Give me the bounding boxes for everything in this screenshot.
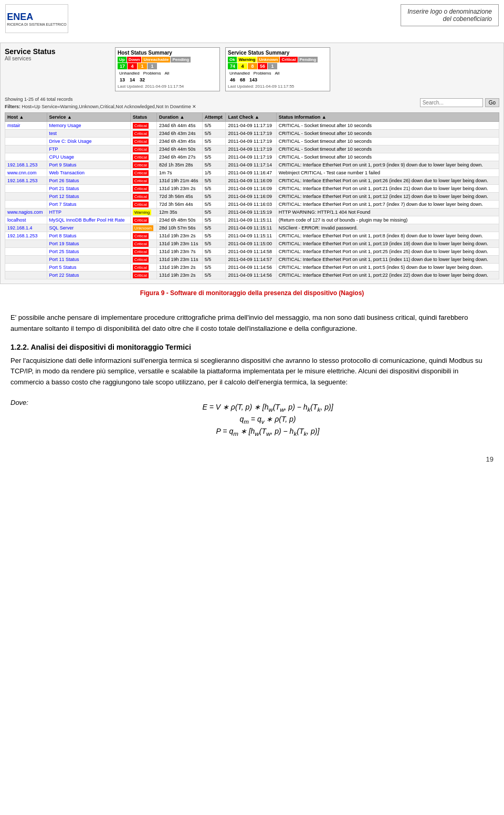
th-lastcheck[interactable]: Last Check ▲ bbox=[226, 113, 276, 122]
body-content: E' possibile anche pensare di implementa… bbox=[0, 303, 504, 450]
cell-lastcheck: 2011-04-09 11:17:19 bbox=[226, 130, 276, 138]
cell-service: Port 19 Status bbox=[47, 240, 130, 248]
cell-status: Critical bbox=[130, 177, 156, 185]
cell-info: CRITICAL: Interface EtherNet Port on uni… bbox=[276, 232, 499, 240]
cell-status: Critical bbox=[130, 138, 156, 145]
search-input[interactable] bbox=[420, 98, 483, 107]
cell-service: Web Transaction bbox=[47, 169, 130, 177]
cell-info: CRITICAL: Interface EtherNet Port on uni… bbox=[276, 264, 499, 271]
svc-pending-val: 1 bbox=[268, 63, 277, 69]
cell-host bbox=[5, 271, 47, 279]
cell-service: MySQL InnoDB Buffer Pool Hit Rate bbox=[47, 216, 130, 224]
cell-lastcheck: 2011-04-09 11:16:03 bbox=[226, 201, 276, 208]
table-row: 192.168.1.253 Port 26 Status Critical 13… bbox=[5, 177, 499, 185]
host-problems-label: Problems bbox=[142, 70, 163, 76]
table-row: Port 11 Status Critical 131d 19h 23m 11s… bbox=[5, 256, 499, 264]
cell-info: NSClient - ERROR: Invalid password. bbox=[276, 224, 499, 232]
svc-unknown-val: 8 bbox=[248, 63, 257, 69]
cell-service: Port 11 Status bbox=[47, 256, 130, 264]
showing-records: Showing 1-25 of 46 total records bbox=[5, 97, 196, 102]
svc-warning-header: Warning bbox=[237, 57, 257, 62]
svc-unhandled-val: 46 bbox=[228, 77, 237, 83]
search-bar: Go bbox=[420, 98, 499, 107]
cell-duration: 131d 19h 23m 7s bbox=[156, 248, 202, 256]
table-row: Port 12 Status Critical 72d 3h 56m 45s 5… bbox=[5, 193, 499, 201]
body-paragraph1: E' possibile anche pensare di implementa… bbox=[10, 312, 494, 335]
table-row: FTP Critical 234d 6h 44m 50s 5/5 2011-04… bbox=[5, 145, 499, 153]
th-status[interactable]: Status bbox=[130, 113, 156, 122]
cell-host bbox=[5, 193, 47, 201]
host-unreach-header: Unreachable bbox=[142, 57, 170, 62]
cell-info: CRITICAL: Interface EtherNet Port on uni… bbox=[276, 185, 499, 193]
beneficiary-line2: del cobeneficiario bbox=[407, 15, 492, 23]
host-up-val: 17 bbox=[118, 63, 127, 69]
table-row: 192.168.1.253 Port 9 Status Critical 82d… bbox=[5, 161, 499, 169]
host-down-val: 4 bbox=[128, 63, 137, 69]
cell-info: CRITICAL - Socket timeout after 10 secon… bbox=[276, 130, 499, 138]
search-button[interactable]: Go bbox=[485, 98, 499, 107]
table-row: Port 7 Status Critical 72d 3h 56m 44s 5/… bbox=[5, 201, 499, 208]
cell-info: CRITICAL: Interface EtherNet Port on uni… bbox=[276, 193, 499, 201]
cell-host bbox=[5, 240, 47, 248]
table-row: CPU Usage Critical 234d 6h 46m 27s 5/5 2… bbox=[5, 153, 499, 161]
svc-summary-headers: Ok Warning Unknown Critical Pending bbox=[228, 57, 328, 62]
nagios-screenshot: Service Status All services Host Status … bbox=[0, 43, 504, 284]
cell-info: CRITICAL - Socket timeout after 10 secon… bbox=[276, 138, 499, 145]
cell-attempt: 5/5 bbox=[202, 138, 226, 145]
page-header: ENEA RICERCA DI SISTEMA ELETTRICO Inseri… bbox=[0, 0, 504, 37]
cell-duration: 131d 19h 23m 11s bbox=[156, 240, 202, 248]
cell-status: Critical bbox=[130, 153, 156, 161]
svc-summary-row2: Unhandled Problems All bbox=[228, 70, 328, 76]
svc-problems-label: Problems bbox=[252, 70, 273, 76]
figure-caption: Figura 9 - Software di monitoraggio dell… bbox=[0, 289, 504, 297]
host-all-val: 32 bbox=[138, 77, 147, 83]
service-status-summary-box: Service Status Summary Ok Warning Unknow… bbox=[225, 47, 330, 91]
cell-info: CRITICAL: Interface EtherNet Port on uni… bbox=[276, 240, 499, 248]
cell-service: Port 7 Status bbox=[47, 201, 130, 208]
cell-host bbox=[5, 130, 47, 138]
cell-attempt: 5/5 bbox=[202, 208, 226, 216]
cell-host bbox=[5, 256, 47, 264]
cell-attempt: 5/5 bbox=[202, 185, 226, 193]
svc-unhandled-label: Unhandled bbox=[228, 70, 251, 76]
cell-lastcheck: 2011-04-09 11:16:47 bbox=[226, 169, 276, 177]
cell-status: Critical bbox=[130, 193, 156, 201]
cell-lastcheck: 2011-04-09 11:14:56 bbox=[226, 264, 276, 271]
th-host[interactable]: Host ▲ bbox=[5, 113, 47, 122]
host-unhandled-val: 13 bbox=[118, 77, 127, 83]
svc-all-val: 143 bbox=[248, 77, 259, 83]
cell-host bbox=[5, 153, 47, 161]
table-row: 192.168.1.253 Port 8 Status Critical 131… bbox=[5, 232, 499, 240]
body-paragraph2: Per l'acquisizione dati delle informazio… bbox=[10, 356, 494, 388]
th-service[interactable]: Service ▲ bbox=[47, 113, 130, 122]
page-number: 19 bbox=[486, 455, 494, 463]
cell-service: Port 8 Status bbox=[47, 232, 130, 240]
cell-attempt: 5/5 bbox=[202, 256, 226, 264]
cell-attempt: 5/5 bbox=[202, 161, 226, 169]
cell-service: CPU Usage bbox=[47, 153, 130, 161]
table-row: mstair Memory Usage Critical 234d 6h 44m… bbox=[5, 122, 499, 130]
host-last-updated: Last Updated: 2011-04-09 11:17:54 bbox=[118, 84, 217, 89]
th-duration[interactable]: Duration ▲ bbox=[156, 113, 202, 122]
service-status-title: Service Status bbox=[5, 47, 110, 56]
svc-unknown-header: Unknown bbox=[257, 57, 279, 62]
cell-status: Critical bbox=[130, 169, 156, 177]
cell-host: 192.168.1.253 bbox=[5, 177, 47, 185]
cell-duration: 131d 19h 23m 2s bbox=[156, 264, 202, 271]
cell-status: Critical bbox=[130, 201, 156, 208]
cell-status: Critical bbox=[130, 122, 156, 130]
cell-duration: 234d 6h 48m 50s bbox=[156, 216, 202, 224]
cell-service: Port 21 Status bbox=[47, 185, 130, 193]
svc-ok-header: Ok bbox=[228, 57, 237, 62]
cell-status: Critical bbox=[130, 130, 156, 138]
cell-lastcheck: 2011-04-09 11:15:11 bbox=[226, 216, 276, 224]
cell-attempt: 5/5 bbox=[202, 264, 226, 271]
cell-status: Critical bbox=[130, 271, 156, 279]
status-table: Host ▲ Service ▲ Status Duration ▲ Attem… bbox=[5, 112, 499, 279]
cell-duration: 82d 1h 35m 28s bbox=[156, 161, 202, 169]
cell-status: Critical bbox=[130, 256, 156, 264]
host-status-summary-title: Host Status Summary bbox=[118, 50, 217, 56]
cell-info: CRITICAL - Socket timeout after 10 secon… bbox=[276, 153, 499, 161]
page-footer: 19 bbox=[0, 450, 504, 468]
cell-duration: 234d 6h 43m 45s bbox=[156, 138, 202, 145]
